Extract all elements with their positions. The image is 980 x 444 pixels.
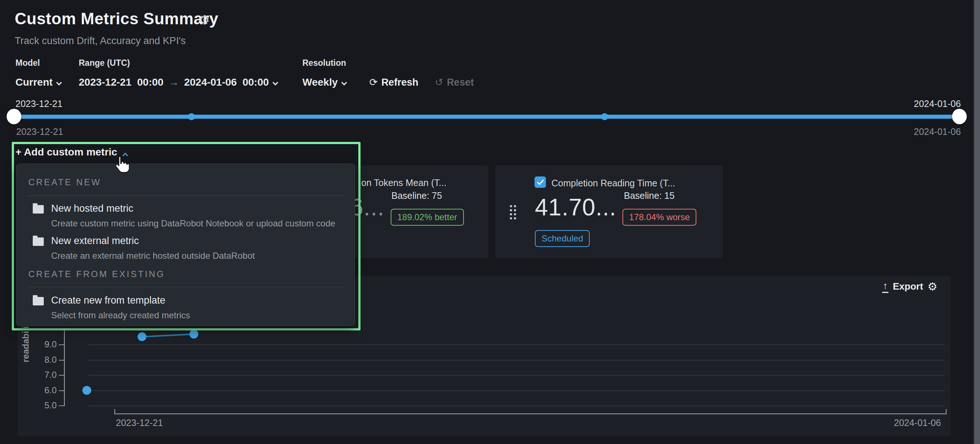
divider [28,195,344,196]
section-heading-create-new: CREATE NEW [28,177,101,187]
menu-item-new-external-metric[interactable]: New external metric Create an external m… [33,235,345,265]
menu-item-description: Select from already created metrics [51,310,190,320]
menu-item-title: New external metric [51,235,139,247]
menu-item-new-hosted-metric[interactable]: New hosted metric Create custom metric u… [33,202,345,233]
data-point[interactable] [83,386,91,395]
menu-item-description: Create custom metric using DataRobot Not… [51,218,335,228]
folder-icon [33,297,44,305]
data-point[interactable] [189,330,198,339]
divider [28,287,344,287]
menu-item-title: Create new from template [51,295,165,306]
add-custom-metric-button[interactable]: + Add custom metric [16,146,127,158]
folder-icon [33,205,44,214]
section-heading-create-from-existing: CREATE FROM EXISTING [28,269,165,279]
menu-item-title: New hosted metric [51,203,134,214]
folder-icon [33,238,44,246]
menu-item-create-from-template[interactable]: Create new from template Select from alr… [33,294,345,325]
add-custom-metric-label: + Add custom metric [16,146,117,158]
add-metric-dropdown-panel: CREATE NEW New hosted metric Create cust… [16,163,355,326]
vertical-scrollbar[interactable] [974,0,980,444]
hand-cursor-icon [113,154,132,175]
menu-item-description: Create an external metric hosted outside… [51,251,255,261]
